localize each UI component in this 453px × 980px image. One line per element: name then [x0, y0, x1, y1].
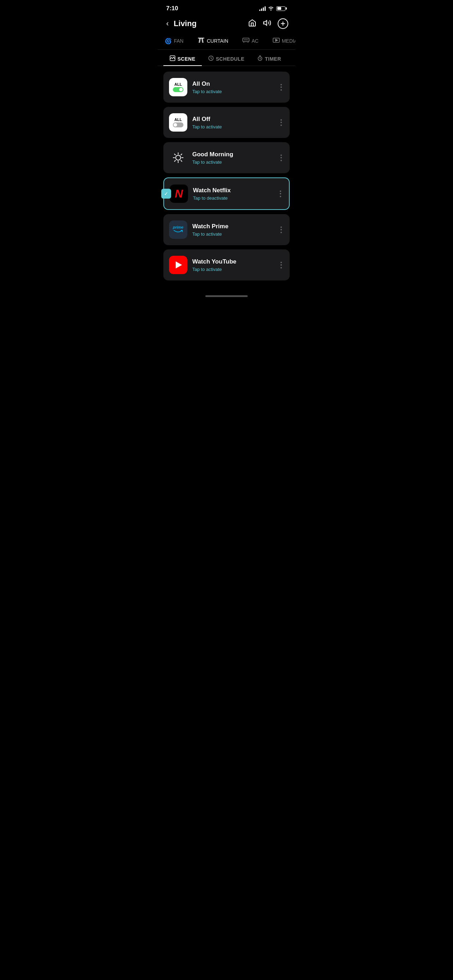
scene-prime-more[interactable]: [278, 225, 284, 235]
home-indicator: [158, 292, 295, 299]
all-on-icon: ALL: [169, 78, 188, 96]
status-icons: [259, 6, 287, 12]
svg-line-23: [175, 161, 176, 162]
prime-icon: prime: [169, 221, 188, 239]
add-button[interactable]: [278, 18, 288, 29]
status-bar: 7:10: [158, 0, 295, 15]
scene-youtube-more[interactable]: [278, 260, 284, 270]
scene-prime-name: Watch Prime: [192, 223, 273, 230]
scene-prime-info: Watch Prime Tap to activate: [192, 223, 273, 237]
tab-scene[interactable]: SCENE: [163, 51, 202, 65]
scene-youtube-name: Watch YouTube: [192, 258, 273, 265]
active-badge: ✓: [161, 189, 171, 199]
wifi-icon: [268, 6, 274, 12]
svg-line-22: [181, 154, 182, 155]
all-off-icon: ALL: [169, 113, 188, 132]
header-actions: [248, 18, 288, 29]
home-bar: [205, 295, 248, 297]
fan-icon: 🌀: [165, 38, 172, 45]
tab-schedule[interactable]: SCHEDULE: [202, 51, 251, 65]
scene-watch-youtube[interactable]: Watch YouTube Tap to activate: [163, 250, 290, 280]
device-nav-ac-label: AC: [251, 38, 258, 44]
scene-good-morning-more[interactable]: [278, 153, 284, 162]
svg-marker-11: [275, 39, 278, 41]
tab-scene-label: SCENE: [178, 56, 196, 62]
scene-tab-icon: [170, 56, 175, 62]
battery-icon: [276, 6, 287, 11]
yt-play-icon: [176, 261, 182, 269]
scene-all-on-more[interactable]: [278, 83, 284, 92]
device-nav-fan-label: FAN: [174, 38, 183, 44]
scene-good-morning-info: Good Morning Tap to activate: [192, 151, 273, 165]
tab-timer[interactable]: TIMER: [251, 51, 288, 65]
curtain-icon: [197, 37, 205, 45]
status-time: 7:10: [166, 5, 178, 12]
svg-rect-1: [198, 38, 204, 38]
tab-schedule-label: SCHEDULE: [216, 56, 245, 62]
scene-list: ALL All On Tap to activate ALL: [158, 66, 295, 292]
scene-watch-prime[interactable]: prime Watch Prime Tap to activate: [163, 214, 290, 245]
svg-point-15: [176, 155, 181, 160]
netflix-icon: N: [170, 185, 188, 203]
scene-youtube-info: Watch YouTube Tap to activate: [192, 258, 273, 272]
schedule-tab-icon: [208, 56, 214, 62]
scene-all-off-sub: Tap to activate: [192, 124, 273, 129]
sun-svg-icon: [172, 151, 184, 164]
scene-netflix-sub: Tap to deactivate: [193, 196, 273, 201]
scene-prime-sub: Tap to activate: [192, 231, 273, 237]
scene-youtube-sub: Tap to activate: [192, 267, 273, 272]
device-nav-curtain[interactable]: CURTAIN: [191, 35, 235, 46]
device-nav-curtain-label: CURTAIN: [207, 38, 228, 44]
scene-good-morning[interactable]: Good Morning Tap to activate: [163, 142, 290, 173]
device-nav-media[interactable]: MEDIA: [265, 35, 295, 46]
device-nav-ac[interactable]: AC: [235, 35, 265, 46]
header: ‹ Living: [158, 15, 295, 34]
tabs: SCENE SCHEDULE TIMER: [158, 50, 295, 66]
tab-timer-label: TIMER: [265, 56, 281, 62]
timer-tab-icon: [257, 56, 263, 62]
page-title: Living: [173, 19, 245, 28]
scene-all-off-more[interactable]: [278, 118, 284, 127]
scene-good-morning-sub: Tap to activate: [192, 159, 273, 165]
signal-bars-icon: [259, 6, 265, 11]
scene-all-off-info: All Off Tap to activate: [192, 116, 273, 129]
home-icon[interactable]: [248, 19, 256, 29]
scene-all-off-name: All Off: [192, 116, 273, 123]
svg-marker-0: [264, 21, 267, 25]
scene-all-on-info: All On Tap to activate: [192, 80, 273, 94]
device-nav-fan[interactable]: 🌀 FAN: [158, 35, 191, 46]
speaker-icon[interactable]: [263, 19, 271, 29]
scene-good-morning-name: Good Morning: [192, 151, 273, 158]
youtube-icon: [169, 256, 188, 274]
svg-line-21: [181, 161, 182, 162]
scene-watch-netflix[interactable]: ✓ N Watch Netflix Tap to deactivate: [163, 177, 290, 210]
scene-all-off[interactable]: ALL All Off Tap to activate: [163, 107, 290, 138]
good-morning-icon: [169, 148, 188, 167]
scene-netflix-more[interactable]: [278, 189, 283, 199]
scene-all-on-name: All On: [192, 80, 273, 88]
scene-all-on-sub: Tap to activate: [192, 89, 273, 94]
media-icon: [273, 38, 280, 44]
device-nav-media-label: MEDIA: [282, 38, 295, 44]
scene-netflix-info: Watch Netflix Tap to deactivate: [193, 187, 273, 201]
scene-all-on[interactable]: ALL All On Tap to activate: [163, 72, 290, 103]
ac-icon: [242, 38, 250, 44]
device-nav: 🌀 FAN CURTAIN AC: [158, 34, 295, 50]
scene-netflix-name: Watch Netflix: [193, 187, 273, 194]
back-button[interactable]: ‹: [165, 18, 170, 30]
svg-line-20: [175, 154, 176, 155]
